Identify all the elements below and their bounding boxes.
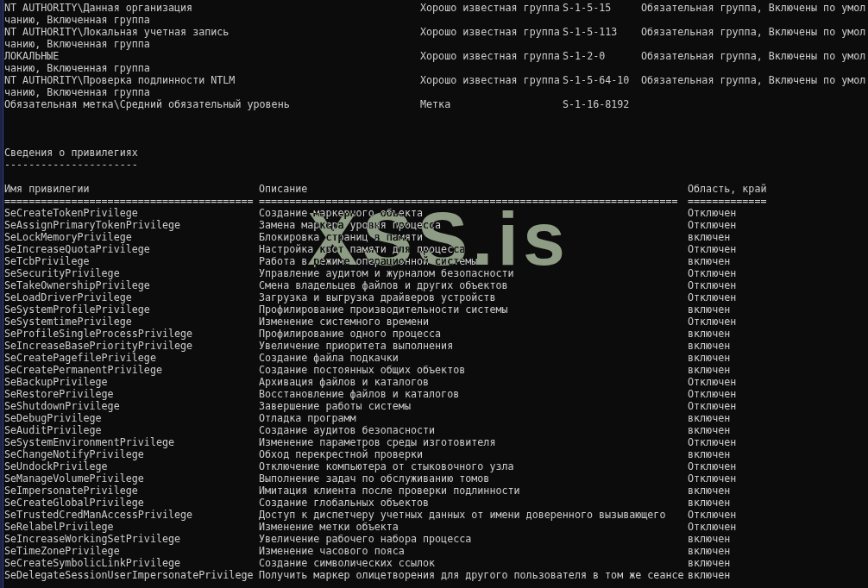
privilege-name: SeRelabelPrivilege [4,521,114,533]
group-type: Хорошо известная группа [420,50,560,62]
privilege-row: SeIncreaseWorkingSetPrivilegeУвеличение … [4,533,868,545]
privilege-name: SeUndockPrivilege [4,460,108,472]
privilege-name: SeTakeOwnershipPrivilege [4,279,150,291]
privilege-row: SeShutdownPrivilegeЗавершение работы сис… [4,400,868,412]
privilege-state: включен [688,448,730,460]
privilege-name: SeCreateSymbolicLinkPrivilege [4,557,180,569]
privilege-row: SeImpersonatePrivilegeИмитация клиента п… [4,485,868,497]
blank-line [4,122,868,134]
privilege-row: SeIncreaseBasePriorityPrivilegeУвеличени… [4,340,868,352]
privilege-state: включен [688,412,730,424]
privilege-state: включен [688,569,730,581]
privilege-name: SeProfileSingleProcessPrivilege [4,328,192,340]
group-attributes: Обязательная группа, Включены по умол [641,26,865,38]
group-sid: S-1-2-0 [563,50,605,62]
privilege-description: Доступ к диспетчеру учетных данных от им… [259,509,665,521]
privilege-state: Отключен [688,436,736,448]
privilege-row: SeBackupPrivilegeАрхивация файлов и ката… [4,376,868,388]
privilege-name: SeSystemEnvironmentPrivilege [4,436,174,448]
privilege-description: Создание постоянных общих объектов [259,364,465,376]
privilege-row: SeCreatePermanentPrivilegeСоздание посто… [4,364,868,376]
privilege-name: SeCreateTokenPrivilege [4,207,138,219]
privilege-name: SeSystemtimePrivilege [4,316,132,328]
privilege-row: SeSystemEnvironmentPrivilegeИзменение па… [4,436,868,448]
privilege-description: Управление аудитом и журналом безопаснос… [259,267,514,279]
privilege-description: Отладка программ [259,412,356,424]
privilege-state: включен [688,303,730,316]
privilege-description: Завершение работы системы [259,400,411,412]
group-sid: S-1-5-15 [563,2,611,14]
privilege-state: включен [688,328,730,340]
privilege-state: Отключен [688,376,736,388]
privilege-row: SeCreateSymbolicLinkPrivilegeСоздание си… [4,557,868,569]
privilege-description: Замена маркера уровня процесса [259,219,441,231]
group-name: NT AUTHORITY\Проверка подлинности NTLM [4,74,235,86]
privilege-description: Настройка квот памяти для процесса [259,243,465,255]
privilege-row: SeLockMemoryPrivilegeБлокировка страниц … [4,231,868,243]
privilege-description: Блокировка страниц в памяти [259,231,423,243]
privilege-state: Отключен [688,521,736,533]
privilege-row: SeTimeZonePrivilegeИзменение часового по… [4,545,868,557]
privilege-description: Восстановление файлов и каталогов [259,388,459,400]
privilege-state: включен [688,352,730,364]
privilege-name: SeCreateGlobalPrivilege [4,497,144,509]
group-attributes: Обязательная группа, Включены по умол [641,2,865,14]
separator-state: ============= [688,195,766,207]
blank-line [4,134,868,147]
privilege-description: Выполнение задач по обслуживанию томов [259,472,489,485]
privilege-state: Отключен [688,267,736,279]
group-type: Хорошо известная группа [420,26,560,38]
privilege-name: SeBackupPrivilege [4,376,108,388]
group-row: NT AUTHORITY\Локальная учетная записьХор… [4,26,868,38]
privilege-state: включен [688,364,730,376]
privilege-row: SeCreateTokenPrivilegeСоздание маркерног… [4,207,868,219]
privilege-name: SeAuditPrivilege [4,424,102,436]
section-underline: ---------------------- [4,159,138,171]
privilege-state: включен [688,533,730,545]
privilege-state: включен [688,545,730,557]
privilege-row: SeCreateGlobalPrivilegeСоздание глобальн… [4,497,868,509]
privilege-state: Отключен [688,316,736,328]
privilege-name: SeLockMemoryPrivilege [4,231,132,243]
privileges-separator-row: ========================================… [4,195,868,207]
privilege-description: Увеличение приоритета выполнения [259,340,453,352]
group-row-wrap: чанию, Включенная группа [4,14,868,26]
privilege-row: SeSystemProfilePrivilegeПрофилирование п… [4,303,868,316]
group-row: NT AUTHORITY\Данная организацияХорошо из… [4,2,868,14]
privilege-description: Изменение параметров среды изготовителя [259,436,495,448]
privilege-description: Загрузка и выгрузка драйверов устройств [259,291,495,303]
privilege-name: SeChangeNotifyPrivilege [4,448,144,460]
privilege-description: Профилирование одного процесса [259,328,441,340]
privilege-name: SeManageVolumePrivilege [4,472,144,485]
privilege-state: включен [688,340,730,352]
privilege-state: Отключен [688,400,736,412]
separator-name: ========================================… [4,195,254,207]
group-sid: S-1-5-113 [563,26,617,38]
privilege-description: Изменение метки объекта [259,521,399,533]
privilege-description: Профилирование производительности систем… [259,303,508,316]
separator-description: ========================================… [259,195,678,207]
privilege-state: Отключен [688,460,736,472]
privilege-row: SeSecurityPrivilegeУправление аудитом и … [4,267,868,279]
privilege-name: SeCreatePermanentPrivilege [4,364,162,376]
privilege-description: Создание маркерного объекта [259,207,423,219]
privilege-row: SeAssignPrimaryTokenPrivilegeЗамена марк… [4,219,868,231]
group-name: Обязательная метка\Средний обязательный … [4,98,290,110]
privileges-section-title-row: Сведения о привилегиях [4,147,868,159]
privilege-row: SeSystemtimePrivilegeИзменение системног… [4,316,868,328]
privilege-description: Архивация файлов и каталогов [259,376,429,388]
privilege-description: Создание файла подкачки [259,352,399,364]
privilege-name-header: Имя привилегии [4,183,90,195]
privilege-description: Обход перекрестной проверки [259,448,423,460]
group-name: NT AUTHORITY\Данная организация [4,2,192,14]
privilege-description: Создание символических ссылок [259,557,435,569]
privilege-state: Отключен [688,472,736,485]
privilege-name: SeTimeZonePrivilege [4,545,120,557]
privilege-description: Отключение компьютера от стыковочного уз… [259,460,514,472]
privilege-row: SeTrustedCredManAccessPrivilegeДоступ к … [4,509,868,521]
privilege-row: SeChangeNotifyPrivilegeОбход перекрестно… [4,448,868,460]
privilege-name: SeTcbPrivilege [4,255,90,267]
privilege-name: SeCreatePagefilePrivilege [4,352,156,364]
privilege-state: включен [688,255,730,267]
privilege-row: SeRestorePrivilegeВосстановление файлов … [4,388,868,400]
